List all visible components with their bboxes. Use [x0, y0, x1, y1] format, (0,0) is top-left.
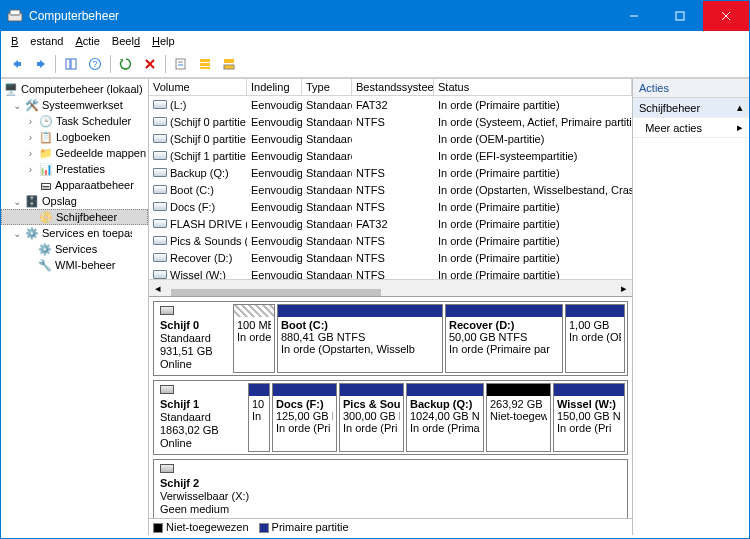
volume-row[interactable]: (Schijf 1 partitie 1)EenvoudigStandaardI… [149, 147, 632, 164]
tree-performance[interactable]: › 📊 Prestaties [1, 161, 148, 177]
volume-status: In orde (Primaire partitie) [434, 167, 632, 179]
tree-label: Services en toepassingen [42, 227, 132, 239]
nav-tree[interactable]: 🖥️ Computerbeheer (lokaal) ⌄ 🛠️ Systeemw… [1, 79, 149, 535]
close-button[interactable] [703, 1, 749, 31]
partition[interactable]: 100 MBIn orde [233, 304, 275, 373]
partition[interactable]: Boot (C:)880,41 GB NTFSIn orde (Opstarte… [277, 304, 443, 373]
scroll-left-icon[interactable]: ◂ [149, 280, 166, 297]
list-view-button[interactable] [194, 53, 216, 75]
scroll-thumb[interactable] [171, 289, 381, 297]
tree-root[interactable]: 🖥️ Computerbeheer (lokaal) [1, 81, 148, 97]
chevron-right-icon: ▸ [737, 121, 743, 134]
col-type[interactable]: Type [302, 79, 352, 95]
volume-row[interactable]: Recover (D:)EenvoudigStandaardNTFSIn ord… [149, 249, 632, 266]
expand-icon[interactable]: › [25, 164, 36, 175]
tree-systemtools[interactable]: ⌄ 🛠️ Systeemwerkset [1, 97, 148, 113]
menu-help[interactable]: Help [146, 34, 181, 48]
expand-icon[interactable]: › [25, 148, 36, 159]
partition[interactable]: Docs (F:)125,00 GB NIn orde (Pri [272, 383, 337, 452]
disk-type: Verwisselbaar (X:) [160, 490, 256, 503]
actions-context-label: Schijfbeheer [639, 102, 700, 114]
col-fs[interactable]: Bestandssysteem [352, 79, 434, 95]
show-hide-tree-button[interactable] [60, 53, 82, 75]
volume-name: Backup (Q:) [170, 167, 229, 179]
disk-type: Standaard [160, 332, 225, 345]
col-volume[interactable]: Volume [149, 79, 247, 95]
partition[interactable]: Wissel (W:)150,00 GB NIn orde (Pri [553, 383, 625, 452]
partition[interactable]: Recover (D:)50,00 GB NTFSIn orde (Primai… [445, 304, 563, 373]
tree-diskmgmt[interactable]: 📀 Schijfbeheer [1, 209, 148, 225]
menu-action[interactable]: Actie [69, 34, 105, 48]
volume-icon [153, 219, 167, 228]
h-scrollbar[interactable]: ◂ ▸ [149, 279, 632, 296]
expand-icon[interactable]: › [25, 116, 36, 127]
partition-status: In orde (Prima [410, 422, 480, 434]
volume-status: In orde (Primaire partitie) [434, 201, 632, 213]
tree-sharedfolders[interactable]: › 📁 Gedeelde mappen [1, 145, 148, 161]
menu-file[interactable]: Bestand [5, 34, 69, 48]
maximize-button[interactable] [657, 1, 703, 31]
gear-icon: ⚙️ [37, 241, 53, 257]
partition-stripe [234, 305, 274, 317]
volume-row[interactable]: Docs (F:)EenvoudigStandaardNTFSIn orde (… [149, 198, 632, 215]
tree-devicemanager[interactable]: 🖴 Apparaatbeheer [1, 177, 148, 193]
delete-button[interactable] [139, 53, 161, 75]
col-layout[interactable]: Indeling [247, 79, 302, 95]
refresh-button[interactable] [115, 53, 137, 75]
disk-row[interactable]: Schijf 1Standaard1863,02 GBOnline10InDoc… [153, 380, 628, 455]
volume-row[interactable]: FLASH DRIVE (U:)EenvoudigStandaardFAT32I… [149, 215, 632, 232]
nav-back-button[interactable] [5, 53, 27, 75]
volume-status: In orde (Systeem, Actief, Primaire parti… [434, 116, 632, 128]
scroll-right-icon[interactable]: ▸ [615, 280, 632, 297]
volume-row[interactable]: Wissel (W:)EenvoudigStandaardNTFSIn orde… [149, 266, 632, 279]
tree-eventviewer[interactable]: › 📋 Logboeken [1, 129, 148, 145]
tree-wmi[interactable]: 🔧 WMI-beheer [1, 257, 148, 273]
disk-row[interactable]: Schijf 2Verwisselbaar (X:)Geen medium [153, 459, 628, 518]
volume-row[interactable]: (L:)EenvoudigStandaardFAT32In orde (Prim… [149, 96, 632, 113]
graphic-view-button[interactable] [218, 53, 240, 75]
collapse-icon[interactable]: ⌄ [11, 196, 22, 207]
volume-row[interactable]: (Schijf 0 partitie 4)EenvoudigStandaardI… [149, 130, 632, 147]
properties-button[interactable] [170, 53, 192, 75]
volume-name: (L:) [170, 99, 187, 111]
actions-more[interactable]: Meer acties ▸ [633, 118, 749, 138]
expand-icon[interactable]: › [25, 132, 36, 143]
disk-map[interactable]: Schijf 0Standaard931,51 GBOnline100 MBIn… [149, 297, 632, 518]
volume-type: Standaard [302, 116, 352, 128]
volume-fs: NTFS [352, 269, 434, 280]
volume-row[interactable]: Boot (C:)EenvoudigStandaardNTFSIn orde (… [149, 181, 632, 198]
partition[interactable]: 1,00 GBIn orde (OEM [565, 304, 625, 373]
volume-row[interactable]: Backup (Q:)EenvoudigStandaardNTFSIn orde… [149, 164, 632, 181]
minimize-button[interactable] [611, 1, 657, 31]
col-status[interactable]: Status [434, 79, 632, 95]
disk-info[interactable]: Schijf 2Verwisselbaar (X:)Geen medium [154, 460, 262, 518]
volume-layout: Eenvoudig [247, 252, 302, 264]
partition[interactable]: 263,92 GBNiet-toegew [486, 383, 551, 452]
volume-name: Boot (C:) [170, 184, 214, 196]
tree-storage[interactable]: ⌄ 🗄️ Opslag [1, 193, 148, 209]
statusbar [1, 535, 749, 538]
disk-info[interactable]: Schijf 1Standaard1863,02 GBOnline [154, 381, 246, 454]
tree-taskscheduler[interactable]: › 🕒 Task Scheduler [1, 113, 148, 129]
partition-size: 150,00 GB N [557, 410, 621, 422]
volume-row[interactable]: Pics & Sounds (G:)EenvoudigStandaardNTFS… [149, 232, 632, 249]
volume-list[interactable]: Volume Indeling Type Bestandssysteem Sta… [149, 79, 632, 297]
tree-servicesapps[interactable]: ⌄ ⚙️ Services en toepassingen [1, 225, 148, 241]
disk-row[interactable]: Schijf 0Standaard931,51 GBOnline100 MBIn… [153, 301, 628, 376]
volume-row[interactable]: (Schijf 0 partitie 1)EenvoudigStandaardN… [149, 113, 632, 130]
menu-view[interactable]: Beeld [106, 34, 146, 48]
partition[interactable]: Backup (Q:)1024,00 GB N1In orde (Prima [406, 383, 484, 452]
collapse-icon[interactable]: ⌄ [11, 100, 22, 111]
collapse-icon[interactable]: ⌄ [11, 228, 22, 239]
log-icon: 📋 [38, 129, 54, 145]
volume-name: (Schijf 0 partitie 4) [170, 133, 247, 145]
tree-services[interactable]: ⚙️ Services [1, 241, 148, 257]
disk-info[interactable]: Schijf 0Standaard931,51 GBOnline [154, 302, 231, 375]
computer-icon: 🖥️ [3, 81, 19, 97]
actions-context[interactable]: Schijfbeheer ▴ [633, 98, 749, 118]
partition[interactable]: 10In [248, 383, 270, 452]
partition[interactable]: Pics & Soun300,00 GB NIn orde (Pri [339, 383, 404, 452]
nav-forward-button[interactable] [29, 53, 51, 75]
disk-title: Schijf 2 [160, 477, 256, 490]
help-icon[interactable]: ? [84, 53, 106, 75]
